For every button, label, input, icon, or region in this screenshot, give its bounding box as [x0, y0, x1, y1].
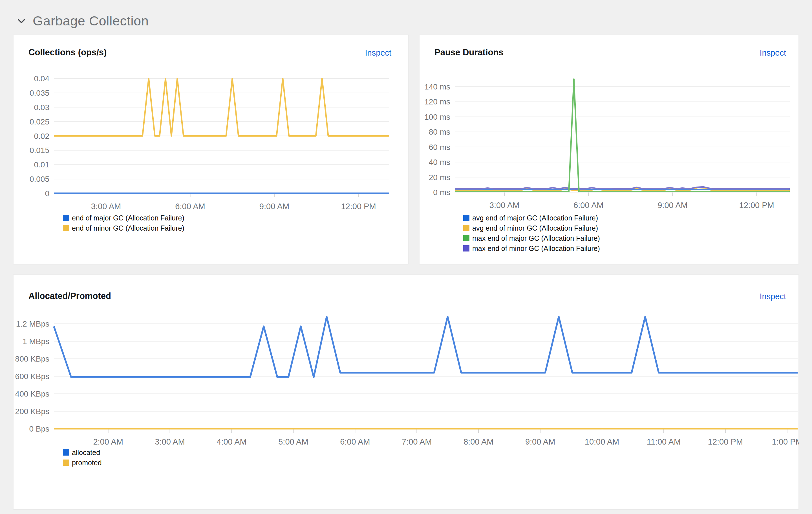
series-blue [54, 317, 798, 377]
y-tick-label: 600 KBps [15, 372, 49, 381]
x-tick-label: 7:00 AM [402, 437, 432, 446]
legend-item[interactable]: max end of major GC (Allocation Failure) [463, 235, 600, 242]
x-tick-label: 3:00 AM [91, 202, 121, 211]
y-tick-label: 0.015 [30, 146, 49, 155]
y-tick-label: 0.03 [34, 103, 50, 112]
allocated-promoted-chart[interactable]: 0 Bps200 KBps400 KBps600 KBps800 KBps1 M… [13, 275, 799, 510]
y-tick-label: 1.2 MBps [16, 320, 49, 328]
legend-swatch-gold [63, 225, 69, 231]
y-tick-label: 0.035 [30, 89, 49, 98]
y-tick-label: 0 Bps [29, 425, 49, 433]
legend-item[interactable]: allocated [63, 449, 102, 456]
legend: end of major GC (Allocation Failure)end … [63, 215, 184, 235]
legend-item[interactable]: avg end of major GC (Allocation Failure) [463, 215, 600, 221]
y-tick-label: 40 ms [429, 158, 450, 166]
x-tick-label: 6:00 AM [175, 202, 205, 211]
x-tick-label: 9:00 AM [658, 201, 687, 210]
legend-label: max end of minor GC (Allocation Failure) [472, 245, 600, 252]
x-tick-label: 6:00 AM [574, 201, 603, 210]
y-tick-label: 80 ms [429, 128, 450, 136]
panel-collections: Collections (ops/s) Inspect 00.0050.010.… [13, 35, 409, 264]
legend-label: max end of major GC (Allocation Failure) [472, 235, 600, 242]
x-tick-label: 5:00 AM [278, 437, 308, 446]
y-tick-label: 100 ms [424, 113, 450, 121]
legend: avg end of major GC (Allocation Failure)… [463, 215, 600, 255]
legend-label: end of minor GC (Allocation Failure) [72, 225, 184, 232]
section-header-garbage-collection[interactable]: Garbage Collection [16, 13, 149, 28]
y-tick-label: 200 KBps [15, 407, 49, 416]
legend-item[interactable]: end of minor GC (Allocation Failure) [63, 225, 184, 232]
chevron-down-icon[interactable] [16, 16, 27, 26]
x-tick-label: 2:00 AM [93, 437, 123, 446]
y-tick-label: 140 ms [424, 82, 450, 91]
legend-item[interactable]: end of major GC (Allocation Failure) [63, 215, 184, 221]
legend-swatch-blue [463, 215, 469, 221]
y-tick-label: 60 ms [429, 143, 450, 152]
x-tick-label: 6:00 AM [340, 437, 370, 446]
x-tick-label: 10:00 AM [585, 437, 619, 446]
legend-swatch-green [463, 235, 469, 241]
series-purple [455, 187, 790, 189]
legend-item[interactable]: max end of minor GC (Allocation Failure) [463, 245, 600, 252]
legend-item[interactable]: promoted [63, 459, 102, 466]
y-tick-label: 120 ms [424, 98, 450, 106]
x-tick-label: 12:00 PM [739, 201, 774, 210]
legend-label: end of major GC (Allocation Failure) [72, 215, 184, 221]
x-tick-label: 3:00 AM [489, 201, 519, 210]
y-tick-label: 400 KBps [15, 389, 49, 398]
y-tick-label: 0.005 [30, 175, 49, 184]
legend-swatch-purple [463, 245, 469, 251]
legend-swatch-blue [63, 449, 69, 456]
legend-swatch-gold [63, 460, 69, 466]
legend-label: promoted [72, 459, 102, 466]
y-tick-label: 0 [45, 189, 49, 198]
legend-label: avg end of major GC (Allocation Failure) [472, 215, 598, 221]
y-tick-label: 0 ms [433, 188, 450, 197]
x-tick-label: 3:00 AM [155, 437, 185, 446]
y-tick-label: 0.025 [30, 117, 49, 126]
x-tick-label: 11:00 AM [647, 437, 680, 446]
legend-label: allocated [72, 449, 100, 456]
x-tick-label: 8:00 AM [464, 437, 493, 446]
x-tick-label: 12:00 PM [708, 437, 743, 446]
x-tick-label: 12:00 PM [341, 202, 376, 211]
legend-item[interactable]: avg end of minor GC (Allocation Failure) [463, 225, 600, 232]
legend-label: avg end of minor GC (Allocation Failure) [472, 225, 598, 232]
x-tick-label: 4:00 AM [216, 437, 246, 446]
y-tick-label: 0.02 [34, 132, 50, 141]
y-tick-label: 20 ms [429, 173, 450, 182]
panel-allocated-promoted: Allocated/Promoted Inspect 0 Bps200 KBps… [13, 274, 799, 510]
section-title: Garbage Collection [33, 13, 149, 28]
panel-pause-durations: Pause Durations Inspect 0 ms20 ms40 ms60… [419, 35, 799, 264]
legend-swatch-gold [463, 225, 469, 231]
x-tick-label: 9:00 AM [525, 437, 555, 446]
x-tick-label: 9:00 AM [259, 202, 289, 211]
x-tick-label: 1:00 PM [772, 437, 799, 446]
y-tick-label: 1 MBps [23, 337, 49, 346]
y-tick-label: 0.01 [34, 160, 50, 169]
y-tick-label: 0.04 [34, 74, 50, 83]
legend: allocatedpromoted [63, 449, 102, 469]
legend-swatch-blue [63, 215, 69, 221]
series-green [455, 79, 790, 191]
y-tick-label: 800 KBps [15, 354, 49, 363]
